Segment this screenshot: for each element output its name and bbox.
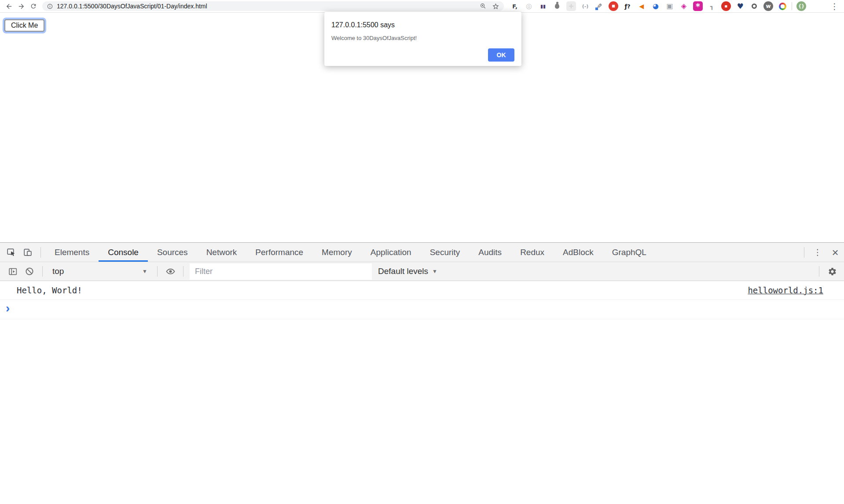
- devtools-more-icon[interactable]: ⋮: [809, 243, 826, 262]
- gear-square-extension-icon[interactable]: *: [693, 1, 703, 11]
- chevron-down-icon: ▼: [432, 268, 437, 274]
- inspect-cursor-icon: [6, 247, 16, 257]
- bookmark-star-icon[interactable]: [492, 3, 499, 10]
- w-wave-extension-icon[interactable]: w: [763, 1, 773, 11]
- gear-icon: [828, 267, 837, 276]
- forward-icon: [18, 3, 25, 10]
- log-level-label: Default levels: [378, 267, 428, 276]
- console-settings-button[interactable]: [824, 267, 840, 276]
- font-extension-icon[interactable]: F,: [510, 1, 520, 11]
- browser-toolbar: 127.0.0.1:5500/30DaysOfJavaScript/01-Day…: [0, 0, 844, 13]
- page-viewport: Click Me 127.0.0.1:5500 says Welcome to …: [0, 13, 844, 242]
- swirl-extension-icon[interactable]: ◕: [651, 1, 661, 11]
- devtools-close-icon[interactable]: ×: [826, 243, 844, 262]
- tab-network[interactable]: Network: [197, 243, 246, 262]
- panels-extension-icon[interactable]: ▮▮: [538, 1, 548, 11]
- chevron-down-icon: ▼: [142, 268, 147, 274]
- back-button[interactable]: [3, 0, 15, 12]
- devtools-tabs: ElementsConsoleSourcesNetworkPerformance…: [45, 243, 656, 262]
- heart-search-extension-icon[interactable]: ♥: [735, 1, 745, 11]
- toolbar-separator-2: [157, 266, 158, 277]
- tab-sources[interactable]: Sources: [148, 243, 197, 262]
- reload-icon: [30, 3, 37, 10]
- console-filter-input[interactable]: [190, 263, 372, 280]
- console-log-row: Hello, World!helloworld.js:1: [0, 281, 844, 300]
- console-source-link[interactable]: helloworld.js:1: [748, 285, 823, 295]
- tab-adblock[interactable]: AdBlock: [554, 243, 603, 262]
- toolbar-separator-4: [819, 266, 819, 277]
- tab-audits[interactable]: Audits: [469, 243, 511, 262]
- forward-button[interactable]: [15, 0, 27, 12]
- parens-extension-icon[interactable]: (-): [580, 1, 590, 11]
- alert-dialog: 127.0.0.1:5500 says Welcome to 30DaysOfJ…: [324, 12, 521, 66]
- bug-extension-icon[interactable]: [552, 1, 562, 11]
- disabled-grid-extension-icon[interactable]: +: [566, 1, 576, 11]
- extensions-separator: [792, 2, 792, 10]
- alert-message: Welcome to 30DaysOfJavaScript!: [331, 35, 514, 41]
- elbow-extension-icon[interactable]: ┓: [707, 1, 717, 11]
- megaphone-extension-icon[interactable]: ◀: [637, 1, 646, 11]
- browser-window: 127.0.0.1:5500/30DaysOfJavaScript/01-Day…: [0, 0, 844, 504]
- tabbar-separator: [40, 247, 41, 258]
- console-sidebar-icon: [8, 267, 18, 277]
- alert-ok-button[interactable]: OK: [488, 48, 514, 62]
- eye-icon: [165, 267, 176, 277]
- inspect-element-button[interactable]: [3, 243, 19, 262]
- back-icon: [5, 3, 13, 10]
- context-selector[interactable]: top ▼: [47, 262, 153, 281]
- camera-extension-icon[interactable]: ▣: [665, 1, 675, 11]
- context-selector-label: top: [52, 267, 64, 276]
- rainbow-ring-extension-icon[interactable]: [778, 1, 787, 11]
- tab-graphql[interactable]: GraphQL: [603, 243, 656, 262]
- json-braces-extension-icon[interactable]: {}: [796, 1, 806, 11]
- toolbar-separator-3: [183, 266, 183, 277]
- prompt-chevron-icon: ›: [6, 302, 10, 314]
- tab-application[interactable]: Application: [361, 243, 421, 262]
- click-me-button[interactable]: Click Me: [4, 19, 44, 32]
- toolbar-separator-1: [42, 266, 43, 277]
- device-toolbar-icon: [23, 247, 33, 257]
- graphql-extension-icon[interactable]: ◈: [679, 1, 689, 11]
- bookmark-extension-icon[interactable]: ▪: [721, 1, 731, 11]
- function-help-extension-icon[interactable]: ƒ?: [623, 1, 632, 11]
- atom-extension-icon[interactable]: ◎: [524, 1, 534, 11]
- hand-block-extension-icon[interactable]: ■: [609, 1, 618, 11]
- power-ring-extension-icon[interactable]: [749, 1, 759, 11]
- device-toolbar-button[interactable]: [19, 243, 36, 262]
- browser-menu-icon[interactable]: ⋮: [829, 2, 840, 11]
- tab-console[interactable]: Console: [99, 243, 148, 262]
- console-log: Hello, World!helloworld.js:1: [0, 281, 844, 300]
- tab-elements[interactable]: Elements: [45, 243, 99, 262]
- extensions-bar: F,◎▮▮+(-)✎■ƒ?◀◕▣◈*┓▪♥w{}: [504, 1, 829, 11]
- console-message: Hello, World!: [17, 285, 748, 295]
- tab-performance[interactable]: Performance: [246, 243, 312, 262]
- alert-actions: OK: [331, 48, 514, 62]
- console-sidebar-toggle-button[interactable]: [4, 267, 21, 277]
- devtools-panel: ElementsConsoleSourcesNetworkPerformance…: [0, 242, 844, 504]
- reload-button[interactable]: [27, 0, 40, 12]
- clear-console-button[interactable]: [21, 267, 38, 276]
- tab-security[interactable]: Security: [421, 243, 470, 262]
- tabbar-spacer: [656, 243, 800, 262]
- eyedropper-extension-icon[interactable]: ✎: [594, 1, 604, 11]
- alert-title: 127.0.0.1:5500 says: [331, 21, 514, 29]
- console-toolbar: top ▼ Default levels ▼: [0, 262, 844, 281]
- url-text[interactable]: 127.0.0.1:5500/30DaysOfJavaScript/01-Day…: [57, 3, 207, 10]
- tabbar-right-separator: [804, 247, 804, 258]
- devtools-tab-bar: ElementsConsoleSourcesNetworkPerformance…: [0, 243, 844, 262]
- site-info-icon[interactable]: [47, 3, 53, 10]
- tab-memory[interactable]: Memory: [312, 243, 361, 262]
- log-level-selector[interactable]: Default levels ▼: [378, 267, 437, 276]
- url-bar[interactable]: 127.0.0.1:5500/30DaysOfJavaScript/01-Day…: [42, 1, 504, 11]
- tab-redux[interactable]: Redux: [511, 243, 554, 262]
- zoom-icon[interactable]: [480, 3, 487, 10]
- console-prompt[interactable]: ›: [0, 300, 844, 319]
- live-expression-button[interactable]: [162, 267, 179, 277]
- ban-circle-icon: [25, 267, 34, 276]
